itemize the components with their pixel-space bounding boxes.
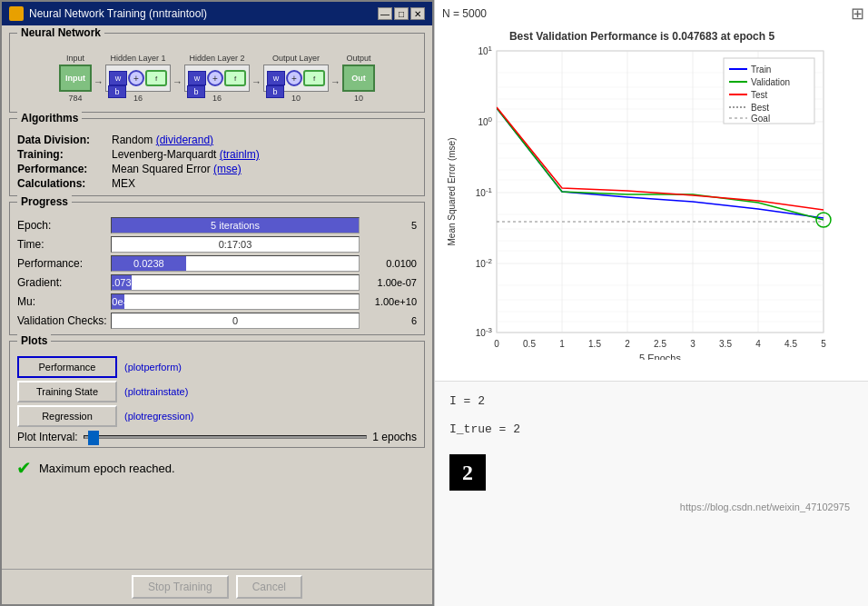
svg-text:Train: Train xyxy=(751,65,771,75)
grad-bar: 0.0733 xyxy=(111,274,360,291)
mu-fill: 1.00e-08 xyxy=(112,294,124,309)
hidden1-label: Hidden Layer 1 xyxy=(110,54,165,63)
sum2: + xyxy=(207,70,223,86)
training-algo-label: Training: xyxy=(17,148,108,161)
svg-text:2.5: 2.5 xyxy=(654,339,666,349)
neural-network-section: Neural Network Input Input 784 → Hidden … xyxy=(9,33,425,113)
bottom-buttons: Stop Training Cancel xyxy=(2,569,432,604)
tansig1: f xyxy=(145,70,167,86)
data-division-link[interactable]: (dividerand) xyxy=(156,134,213,146)
svg-text:Validation: Validation xyxy=(751,77,790,87)
perf-bar: 0.0238 xyxy=(111,255,360,272)
training-link[interactable]: (trainlm) xyxy=(220,148,260,161)
slider-thumb[interactable] xyxy=(88,431,99,445)
input-block: Input Input 784 xyxy=(59,54,92,103)
maximize-button[interactable]: □ xyxy=(394,7,409,20)
interval-value: 1 epochs xyxy=(372,431,417,443)
tansig2: f xyxy=(224,70,246,86)
stop-training-button[interactable]: Stop Training xyxy=(132,575,229,599)
epoch-label: Epoch: xyxy=(17,219,108,232)
minimize-button[interactable]: — xyxy=(378,7,392,20)
svg-text:5 Epochs: 5 Epochs xyxy=(639,353,681,360)
w2-box: w xyxy=(188,71,206,85)
svg-text:10-3: 10-3 xyxy=(476,326,493,338)
plots-section: Plots Performance (plotperform) Training… xyxy=(9,341,425,448)
performance-label: Performance: xyxy=(17,163,108,175)
right-panel: ⊞ N = 5000 Best Validation Performance i… xyxy=(434,0,868,606)
plot-interval-slider[interactable] xyxy=(84,435,368,439)
arrow4: → xyxy=(330,68,340,95)
training-state-message: Maximum epoch reached. xyxy=(39,462,175,475)
svg-text:2: 2 xyxy=(625,339,630,349)
epoch-fill: 5 iterations xyxy=(112,218,359,233)
svg-text:100: 100 xyxy=(478,115,492,127)
tansig3: f xyxy=(303,70,325,86)
svg-text:1.5: 1.5 xyxy=(588,339,601,349)
output-label: Output xyxy=(346,54,370,63)
digit-display: 2 xyxy=(449,454,486,491)
epoch-bar: 5 iterations xyxy=(111,217,360,233)
svg-text:101: 101 xyxy=(478,45,492,56)
b1-box: b xyxy=(108,85,126,98)
perf-label: Performance: xyxy=(17,257,108,270)
chart-area: ⊞ N = 5000 Best Validation Performance i… xyxy=(435,0,868,382)
chart-n: N = 5000 xyxy=(442,7,861,20)
time-bar: 0:17:03 xyxy=(111,236,360,253)
nn-diagram: Input Input 784 → Hidden Layer 1 w + f b xyxy=(17,46,417,106)
hidden2-block: Hidden Layer 2 w + f b 16 xyxy=(184,54,250,103)
svg-text:4.5: 4.5 xyxy=(784,339,797,349)
grad-label: Gradient: xyxy=(17,276,108,289)
performance-plot-button[interactable]: Performance xyxy=(17,356,117,378)
svg-text:Best: Best xyxy=(751,103,769,113)
mu-end: 1.00e+10 xyxy=(362,296,417,307)
time-value: 0:17:03 xyxy=(112,237,359,252)
mu-bar: 1.00e-08 xyxy=(111,293,360,310)
b2-box: b xyxy=(187,85,205,98)
arrow1: → xyxy=(94,68,104,95)
data-division-label: Data Division: xyxy=(17,134,108,146)
svg-text:Goal: Goal xyxy=(751,114,770,124)
plots-label: Plots xyxy=(17,334,51,347)
svg-text:Mean Squared Error (mse): Mean Squared Error (mse) xyxy=(447,138,457,246)
training-algo-value: Levenberg-Marquardt (trainlm) xyxy=(112,148,417,161)
hidden2-label: Hidden Layer 2 xyxy=(189,54,244,63)
svg-text:1: 1 xyxy=(559,339,565,349)
svg-text:10-1: 10-1 xyxy=(476,186,493,198)
regression-plot-button[interactable]: Regression xyxy=(17,405,117,427)
url-text: https://blog.csdn.net/weixin_47102975 xyxy=(449,498,853,516)
performance-link[interactable]: (mse) xyxy=(213,163,242,175)
input-label: Input xyxy=(66,54,84,63)
output-area: I = 2 I_true = 2 2 https://blog.csdn.net… xyxy=(435,382,868,606)
performance-plot-link[interactable]: (plotperform) xyxy=(124,362,182,373)
cancel-button[interactable]: Cancel xyxy=(236,575,302,599)
close-button[interactable]: ✕ xyxy=(410,7,425,20)
svg-marker-0 xyxy=(11,8,22,19)
val-label: Validation Checks: xyxy=(17,314,108,327)
svg-text:4: 4 xyxy=(755,339,761,349)
performance-value: Mean Squared Error (mse) xyxy=(112,163,417,175)
training-state-plot-button[interactable]: Training State xyxy=(17,381,117,402)
left-panel: Neural Network Training (nntraintool) — … xyxy=(0,0,434,606)
regression-plot-link[interactable]: (plotregression) xyxy=(124,411,193,422)
training-state-plot-link[interactable]: (plottrainstate) xyxy=(124,386,188,397)
data-division-value: Random (dividerand) xyxy=(112,134,417,146)
plot-interval-row: Plot Interval: 1 epochs xyxy=(17,431,417,443)
sum1: + xyxy=(128,70,144,86)
mu-label: Mu: xyxy=(17,295,108,308)
progress-grid: Epoch: 5 iterations 5 Time: 0:17:03 Perf… xyxy=(17,217,417,329)
algorithms-label: Algorithms xyxy=(17,112,82,124)
window-title: Neural Network Training (nntraintool) xyxy=(29,7,207,20)
chart-title: Best Validation Performance is 0.047683 … xyxy=(509,30,774,43)
grad-end: 1.00e-07 xyxy=(362,277,417,288)
progress-section: Progress Epoch: 5 iterations 5 Time: 0:1… xyxy=(9,202,425,335)
w3-box: w xyxy=(267,71,285,85)
training-state-section: ✔ Maximum epoch reached. xyxy=(9,453,425,482)
algorithms-grid: Data Division: Random (dividerand) Train… xyxy=(17,134,417,190)
algorithms-section: Algorithms Data Division: Random (divide… xyxy=(9,118,425,196)
plot-row-2: Training State (plottrainstate) xyxy=(17,381,417,402)
plot-row-1: Performance (plotperform) xyxy=(17,356,417,378)
svg-text:10-2: 10-2 xyxy=(476,257,493,269)
svg-text:3.5: 3.5 xyxy=(719,339,732,349)
output-layer-label: Output Layer xyxy=(272,54,320,63)
expand-icon[interactable]: ⊞ xyxy=(851,4,864,24)
